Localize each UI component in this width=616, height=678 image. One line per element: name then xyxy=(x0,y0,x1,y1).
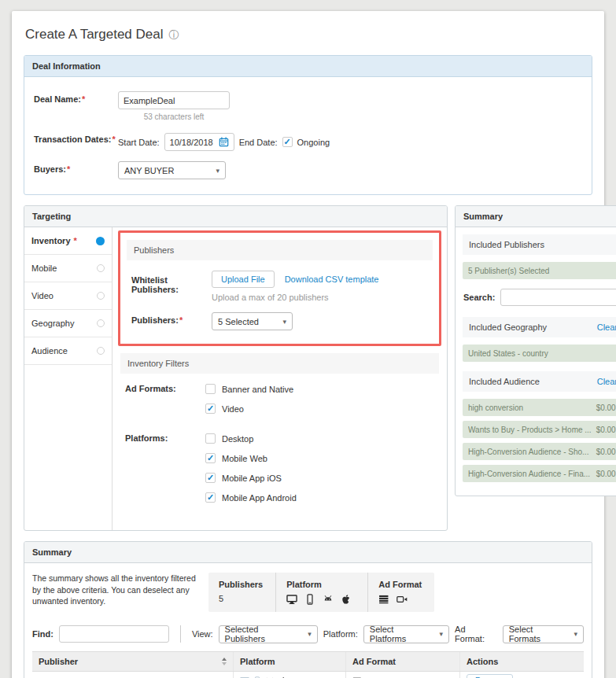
publishers-select[interactable]: 5 Selected ▾ xyxy=(212,312,293,330)
targeting-content: Publishers Whitelist Publishers: Upload … xyxy=(113,227,447,530)
column-header-platform: Platform xyxy=(233,652,345,671)
platform-option-mobile-web[interactable]: ✓Mobile Web xyxy=(205,453,297,463)
sidebar-search-row: Search: xyxy=(463,289,616,306)
ongoing-label: Ongoing xyxy=(297,138,330,147)
chevron-down-icon: ▾ xyxy=(574,630,577,638)
android-icon xyxy=(323,594,334,605)
summary-stats-box: Publishers 5 Platform Ad Format xyxy=(208,573,434,612)
checkbox-icon[interactable]: ✓ xyxy=(205,403,216,414)
apple-icon xyxy=(341,594,352,605)
table-body: (Mobile Apps) -Turner Broadcasting Syste… xyxy=(32,672,584,678)
summary-bottom-header: Summary xyxy=(24,542,592,563)
inventory-filters-header: Inventory Filters xyxy=(120,353,439,374)
column-header-actions: Actions xyxy=(459,652,584,671)
column-header-publisher[interactable]: Publisher xyxy=(32,652,233,671)
search-label: Search: xyxy=(463,293,495,302)
required-asterisk: * xyxy=(67,164,70,174)
create-deal-card: Create A Targeted Deal ⓘ Deal Informatio… xyxy=(12,11,604,678)
checkbox-icon[interactable]: ✓ xyxy=(205,473,216,483)
platforms-options: Desktop✓Mobile Web✓Mobile App iOS✓Mobile… xyxy=(205,433,297,512)
platform-filter-label: Platform: xyxy=(323,629,358,639)
whitelist-publishers-label: Whitelist Publishers: xyxy=(131,271,212,302)
tag-price: $0.00 xyxy=(596,448,616,456)
tag-price: $0.00 xyxy=(596,470,616,478)
clear-all-audience-link[interactable]: Clear All xyxy=(597,377,616,386)
ad-format-option-video[interactable]: ✓Video xyxy=(205,403,293,414)
tag-price: $0.00 xyxy=(596,426,616,434)
platform-select[interactable]: Select Platforms ▾ xyxy=(363,625,449,643)
table-filter-bar: Find: View: Selected Publishers ▾ Platfo… xyxy=(24,618,592,651)
transaction-dates-row: Transaction Dates:* Start Date: 10/18/20… xyxy=(34,131,582,151)
whitelist-publishers-row: Whitelist Publishers: Upload File Downlo… xyxy=(131,271,433,302)
publisher-name: (Mobile Apps) -Turner Broadcasting Syste… xyxy=(32,672,233,678)
ad-format-option-banner-and-native[interactable]: Banner and Native xyxy=(205,384,293,394)
targeting-tab-geography[interactable]: Geography xyxy=(24,310,112,337)
start-date-value: 10/18/2018 xyxy=(170,138,213,147)
chevron-down-icon: ▾ xyxy=(440,630,444,638)
targeting-tab-mobile[interactable]: Mobile xyxy=(24,255,112,282)
ad-formats-row: Ad Formats: Banner and Native✓Video xyxy=(125,384,439,423)
chevron-down-icon: ▾ xyxy=(216,167,219,175)
targeting-tabs: Inventory *MobileVideoGeographyAudience xyxy=(24,227,113,530)
start-date-input[interactable]: 10/18/2018 xyxy=(164,133,234,151)
platform-option-desktop[interactable]: Desktop xyxy=(205,433,297,444)
ongoing-checkbox[interactable]: ✓ xyxy=(282,137,293,147)
summary-sidebar-header: Summary xyxy=(456,206,616,227)
geography-tags: United States - country× xyxy=(463,345,616,362)
view-label: View: xyxy=(192,629,213,639)
stats-publishers-cell: Publishers 5 xyxy=(208,573,275,612)
stats-platform-icons xyxy=(286,594,355,605)
page-title-row: Create A Targeted Deal ⓘ xyxy=(25,27,592,42)
column-header-ad-format: Ad Format xyxy=(345,652,459,671)
required-asterisk: * xyxy=(112,134,115,144)
table-row: (Mobile Apps) -Turner Broadcasting Syste… xyxy=(32,672,584,678)
stats-publishers-count: 5 xyxy=(219,594,263,603)
publishers-select-value: 5 Selected xyxy=(218,317,259,326)
included-geography-header: Included Geography Clear All xyxy=(463,317,616,337)
sort-icon[interactable] xyxy=(222,658,227,665)
checkbox-icon[interactable]: ✓ xyxy=(205,453,216,463)
inventory-filters-section: Inventory Filters Ad Formats: Banner and… xyxy=(120,353,439,512)
audience-tags: high conversion$0.00×Wants to Buy - Prod… xyxy=(463,399,616,482)
view-select[interactable]: Selected Publishers ▾ xyxy=(219,625,318,643)
included-tag: United States - country× xyxy=(463,345,616,362)
required-asterisk: * xyxy=(179,315,183,325)
tab-radio-icon xyxy=(97,264,105,272)
targeting-tab-video[interactable]: Video xyxy=(24,282,112,310)
deal-information-body: Deal Name:* 53 characters left Transacti… xyxy=(24,77,592,194)
platform-option-mobile-app-ios[interactable]: ✓Mobile App iOS xyxy=(205,473,297,483)
stats-platform-cell: Platform xyxy=(275,573,367,612)
upload-file-button[interactable]: Upload File xyxy=(212,271,275,288)
publishers-table: PublisherPlatformAd FormatActions (Mobil… xyxy=(32,651,584,678)
active-tab-dot-icon xyxy=(96,237,105,245)
clear-all-geography-link[interactable]: Clear All xyxy=(597,322,616,332)
remove-button[interactable]: Remove xyxy=(467,674,513,678)
targeting-header: Targeting xyxy=(24,206,447,227)
targeting-tab-audience[interactable]: Audience xyxy=(24,337,112,365)
stats-adformat-cell: Ad Format xyxy=(367,573,434,612)
stats-adformat-icons xyxy=(378,594,422,605)
tag-price: $0.00 xyxy=(596,403,616,412)
publishers-select-row: Publishers:* 5 Selected ▾ xyxy=(131,312,433,330)
ad-formats-label: Ad Formats: xyxy=(125,384,205,423)
adformat-select[interactable]: Select Formats ▾ xyxy=(503,625,584,643)
checkbox-icon[interactable]: ✓ xyxy=(205,492,216,503)
calendar-icon[interactable] xyxy=(219,137,229,147)
deal-name-input[interactable] xyxy=(118,91,230,109)
buyers-select[interactable]: ANY BUYER ▾ xyxy=(118,161,226,179)
targeting-tab-inventory[interactable]: Inventory * xyxy=(24,227,112,255)
page-title: Create A Targeted Deal xyxy=(25,27,163,42)
deal-information-panel: Deal Information Deal Name:* 53 characte… xyxy=(24,55,592,195)
included-audience-header: Included Audience Clear All xyxy=(463,371,616,392)
info-icon[interactable]: ⓘ xyxy=(168,30,179,40)
download-csv-template-link[interactable]: Download CSV template xyxy=(285,275,379,284)
checkbox-icon[interactable] xyxy=(205,384,216,394)
included-tag: High-Conversion Audience - Sho...$0.00× xyxy=(463,443,616,460)
publishers-label: Publishers:* xyxy=(131,312,212,330)
find-input[interactable] xyxy=(59,625,169,643)
platform-option-mobile-app-android[interactable]: ✓Mobile App Android xyxy=(205,492,297,503)
checkbox-icon[interactable] xyxy=(205,433,216,444)
tab-radio-icon xyxy=(97,319,105,327)
search-input[interactable] xyxy=(500,289,616,306)
summary-sidebar-panel: Summary Included Publishers 5 Publisher(… xyxy=(455,205,616,496)
